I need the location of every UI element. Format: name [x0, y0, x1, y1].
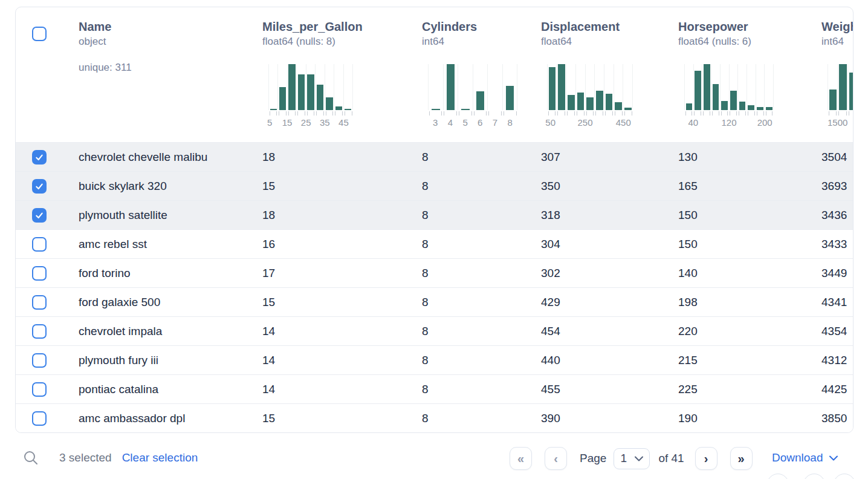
histogram-tick [712, 111, 719, 116]
cell-name: pontiac catalina [63, 375, 247, 403]
column-header-miles_per_gallon: Miles_per_Gallonfloat64 (nulls: 8)515253… [247, 7, 407, 142]
histogram-axis-label: 250 [578, 117, 593, 128]
column-title[interactable]: Name [79, 19, 247, 34]
histogram-bin [268, 64, 277, 110]
row-checkbox[interactable] [32, 411, 47, 426]
prev-page-button[interactable]: ‹ [545, 447, 567, 470]
cell-value: 318 [526, 201, 663, 229]
histogram-ticks [547, 111, 633, 116]
toolbar-button-partial[interactable] [803, 474, 825, 479]
cell-value: 455 [526, 375, 663, 403]
histogram-bar [335, 106, 342, 110]
cell-value: 165 [663, 172, 806, 200]
toolbar-button-partial[interactable] [767, 474, 789, 479]
cell-value: 8 [407, 288, 526, 316]
search-icon[interactable] [23, 450, 39, 466]
column-title[interactable]: Horsepower [678, 19, 806, 34]
cell-value: 8 [407, 346, 526, 374]
row-checkbox[interactable] [32, 353, 47, 368]
page-number-dropdown[interactable]: 1 [614, 448, 650, 469]
table-row: plymouth fury iii1484402154312 [16, 345, 853, 374]
histogram-bin [473, 64, 488, 110]
cell-value: 14 [247, 346, 407, 374]
row-checkbox[interactable] [32, 237, 47, 252]
histogram-bar [748, 105, 754, 110]
footer-selection-area: 3 selected Clear selection [23, 450, 198, 466]
histogram-bin [315, 64, 324, 110]
cell-value: 4354 [806, 317, 853, 345]
cell-value: 18 [247, 201, 407, 229]
histogram-tick [685, 111, 693, 116]
histogram-bar [757, 107, 763, 110]
cell-value: 15 [247, 404, 407, 432]
row-checkbox[interactable] [32, 150, 47, 165]
histogram-bar [270, 109, 277, 110]
column-dtype: float64 (nulls: 8) [262, 35, 407, 48]
column-title[interactable]: Miles_per_Gallon [262, 19, 407, 34]
cell-value: 14 [247, 317, 407, 345]
row-checkbox[interactable] [32, 266, 47, 281]
histogram-bar [839, 64, 847, 110]
histogram-tick [504, 111, 517, 116]
histogram-tick [444, 111, 457, 116]
histogram-bar [298, 74, 305, 110]
column-title[interactable]: Weight [821, 19, 853, 34]
histogram-bars [684, 64, 774, 110]
first-page-button[interactable]: « [510, 447, 532, 470]
histogram-tick [757, 111, 764, 116]
histogram-tick [307, 111, 315, 116]
cell-name: amc ambassador dpl [63, 404, 247, 432]
cell-name: ford torino [63, 259, 247, 287]
row-checkbox[interactable] [32, 208, 47, 223]
cell-name: buick skylark 320 [63, 172, 247, 200]
row-checkbox[interactable] [32, 179, 47, 194]
histogram-bar [596, 91, 603, 110]
histogram-bars [547, 64, 633, 110]
row-checkbox[interactable] [32, 324, 47, 339]
histogram-axis-label: 5 [267, 117, 272, 128]
histogram-bin [334, 64, 343, 110]
histogram-bin [557, 64, 566, 110]
histogram-axis-label: 50 [545, 117, 555, 128]
column-title[interactable]: Displacement [541, 19, 663, 34]
histogram-axis-label: 35 [320, 117, 330, 128]
table-row: plymouth satellite1883181503436 [16, 200, 853, 229]
histogram-tick [829, 111, 837, 116]
histogram-tick [567, 111, 575, 116]
histogram-tick [459, 111, 472, 116]
cell-value: 302 [526, 259, 663, 287]
cell-value: 14 [247, 375, 407, 403]
row-checkbox[interactable] [32, 382, 47, 397]
histogram-bar [549, 67, 556, 110]
cell-value: 8 [407, 375, 526, 403]
row-checkbox-cell [16, 230, 63, 258]
histogram-tick [730, 111, 737, 116]
column-title[interactable]: Cylinders [422, 19, 526, 34]
histogram-bin [604, 64, 614, 110]
row-checkbox[interactable] [32, 295, 47, 310]
cell-name: chevrolet chevelle malibu [63, 143, 247, 171]
next-page-button[interactable]: › [695, 447, 717, 470]
histogram-bar [558, 64, 565, 110]
cell-value: 17 [247, 259, 407, 287]
select-all-checkbox[interactable] [32, 27, 47, 41]
histogram-bin [458, 64, 473, 110]
last-page-button[interactable]: » [730, 447, 753, 470]
toolbar-button-partial[interactable] [834, 474, 855, 479]
table-row: amc rebel sst1683041503433 [16, 229, 853, 258]
histogram-bin [575, 64, 585, 110]
cell-value: 15 [247, 172, 407, 200]
histogram-tick [548, 111, 556, 116]
histogram-bar [721, 101, 728, 110]
cell-name: plymouth satellite [63, 201, 247, 229]
histogram-bar [577, 93, 585, 110]
histogram-bin [502, 64, 518, 110]
table-row: chevrolet chevelle malibu1883071303504 [16, 142, 853, 171]
histogram-ticks [828, 111, 853, 116]
clear-selection-link[interactable]: Clear selection [122, 451, 198, 464]
table-row: chevrolet impala1484542204354 [16, 316, 853, 345]
row-checkbox-cell [16, 317, 63, 345]
histogram-bar [476, 91, 485, 110]
download-menu[interactable]: Download [772, 451, 838, 464]
cell-value: 215 [663, 346, 806, 374]
